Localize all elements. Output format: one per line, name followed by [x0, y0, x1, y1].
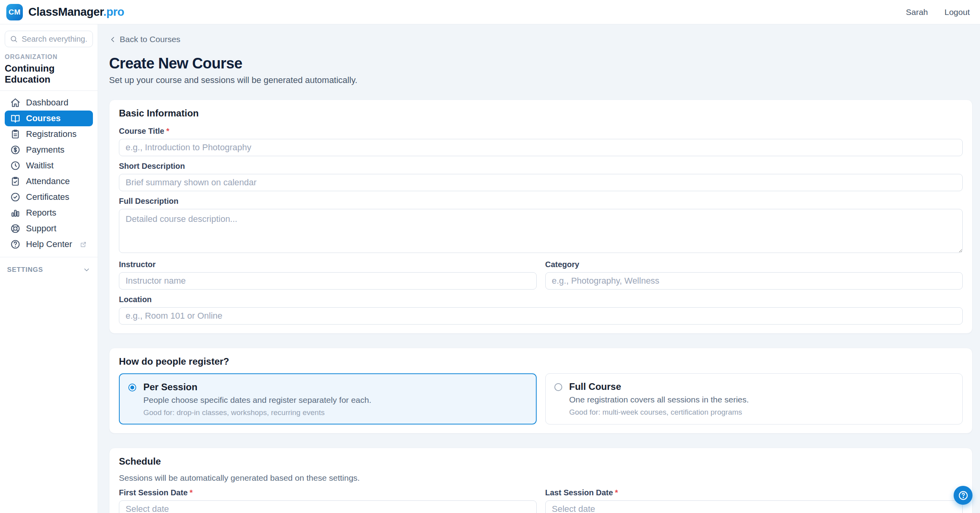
home-icon [10, 98, 20, 108]
registration-heading: How do people register? [119, 356, 963, 367]
basic-information-card: Basic Information Course Title* Short De… [109, 100, 973, 334]
full-course-option[interactable]: Full Course One registration covers all … [545, 373, 963, 424]
search-icon [10, 35, 18, 43]
full-description-textarea[interactable] [119, 209, 963, 253]
organization-name: Continuing Education [5, 63, 93, 85]
option-title: Per Session [143, 382, 526, 393]
basic-information-heading: Basic Information [119, 108, 963, 119]
first-session-date-label: First Session Date* [119, 488, 537, 497]
schedule-card: Schedule Sessions will be automatically … [109, 448, 973, 513]
required-asterisk: * [190, 488, 193, 497]
required-asterisk: * [615, 488, 618, 497]
settings-label: SETTINGS [7, 266, 43, 274]
sidebar-divider [0, 90, 98, 91]
book-open-icon [10, 113, 20, 124]
course-title-label: Course Title* [119, 127, 963, 136]
search-input[interactable] [22, 35, 88, 44]
category-label: Category [545, 260, 963, 269]
page-subtitle: Set up your course and sessions will be … [109, 75, 973, 85]
clock-icon [10, 161, 20, 171]
chevron-left-icon [109, 36, 117, 43]
full-description-label: Full Description [119, 197, 963, 206]
question-mark-icon [958, 490, 969, 501]
help-fab-button[interactable] [954, 486, 973, 505]
external-link-icon [80, 241, 87, 248]
short-description-input[interactable] [119, 174, 963, 191]
brand-logo[interactable]: CM ClassManager.pro [6, 4, 124, 20]
logout-link[interactable]: Logout [945, 7, 970, 17]
per-session-option[interactable]: Per Session People choose specific dates… [119, 373, 537, 424]
sidebar-item-registrations[interactable]: Registrations [5, 126, 93, 142]
settings-toggle[interactable]: SETTINGS [5, 261, 93, 274]
dollar-circle-icon [10, 145, 20, 155]
schedule-description: Sessions will be automatically generated… [119, 473, 963, 483]
option-description: One registration covers all sessions in … [569, 395, 953, 404]
sidebar-item-dashboard[interactable]: Dashboard [5, 95, 93, 111]
course-title-input[interactable] [119, 139, 963, 156]
schedule-heading: Schedule [119, 456, 963, 467]
sidebar-item-courses[interactable]: Courses [5, 111, 93, 126]
bar-chart-icon [10, 208, 20, 218]
clipboard-check-icon [10, 176, 20, 186]
sidebar-item-attendance[interactable]: Attendance [5, 173, 93, 189]
short-description-label: Short Description [119, 162, 963, 171]
search-box [5, 31, 93, 47]
brand-name: ClassManager.pro [28, 6, 124, 18]
clipboard-list-icon [10, 129, 20, 139]
sidebar-divider [0, 257, 98, 257]
brand-suffix: .pro [103, 6, 124, 18]
last-session-date-label: Last Session Date* [545, 488, 963, 497]
instructor-label: Instructor [119, 260, 537, 269]
logo-badge: CM [6, 4, 23, 20]
sidebar: ORGANIZATION Continuing Education Dashbo… [0, 24, 98, 513]
option-description: People choose specific dates and registe… [143, 395, 526, 405]
user-name-link[interactable]: Sarah [906, 7, 928, 17]
instructor-input[interactable] [119, 272, 537, 290]
main-content: Back to Courses Create New Course Set up… [98, 24, 980, 513]
check-circle-icon [10, 192, 20, 202]
back-to-courses-link[interactable]: Back to Courses [109, 35, 180, 44]
category-input[interactable] [545, 272, 963, 290]
required-asterisk: * [166, 127, 169, 136]
option-good-for: Good for: multi-week courses, certificat… [569, 408, 953, 417]
location-input[interactable] [119, 307, 963, 325]
location-label: Location [119, 295, 963, 304]
radio-unselected-icon[interactable] [554, 383, 562, 391]
sidebar-item-support[interactable]: Support [5, 221, 93, 236]
option-good-for: Good for: drop-in classes, workshops, re… [143, 408, 526, 417]
app-header: CM ClassManager.pro Sarah Logout [0, 0, 980, 24]
organization-label: ORGANIZATION [5, 54, 93, 61]
first-session-date-input[interactable] [119, 500, 537, 513]
chevron-down-icon [83, 266, 91, 274]
sidebar-item-payments[interactable]: Payments [5, 142, 93, 158]
sidebar-item-certificates[interactable]: Certificates [5, 189, 93, 205]
page-title: Create New Course [109, 55, 973, 72]
sidebar-item-help-center[interactable]: Help Center [5, 236, 93, 252]
help-circle-icon [10, 239, 20, 249]
life-buoy-icon [10, 223, 20, 234]
last-session-date-input[interactable] [545, 500, 963, 513]
sidebar-item-waitlist[interactable]: Waitlist [5, 158, 93, 173]
radio-selected-icon[interactable] [128, 384, 136, 391]
registration-type-card: How do people register? Per Session Peop… [109, 348, 973, 434]
sidebar-item-reports[interactable]: Reports [5, 205, 93, 221]
option-title: Full Course [569, 381, 953, 392]
